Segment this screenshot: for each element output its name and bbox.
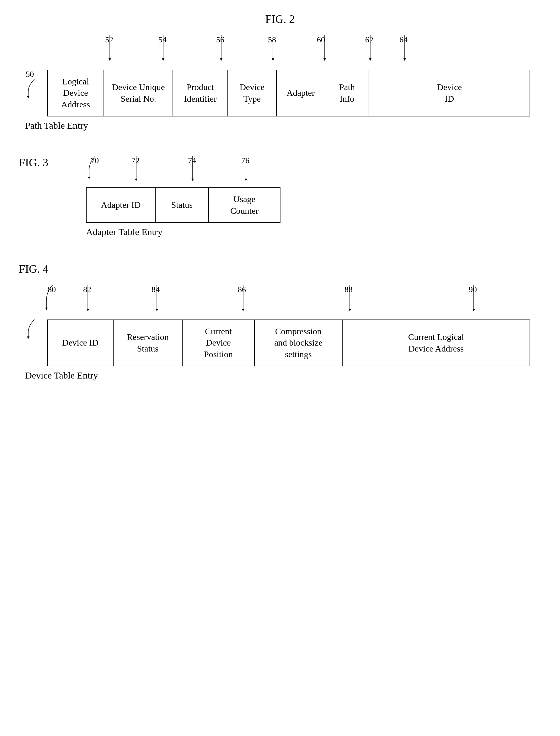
ref-80: 80 [48,285,56,294]
fig3-col-status: Status [156,188,209,222]
fig3-callout-svg [86,156,287,187]
fig4-table: Device ID Reservation Status Current Dev… [47,319,530,366]
fig2-section: FIG. 2 [19,13,541,131]
arrow-50-svg [25,79,44,104]
svg-marker-11 [245,179,247,181]
fig4-pointer-80 [25,319,44,344]
fig2-table-row: 50 Logical Device Address Device Unique … [25,70,541,116]
ref-58: 58 [268,35,276,45]
ref-54: 54 [158,35,167,45]
ref-52: 52 [105,35,113,45]
svg-marker-14 [156,309,158,311]
svg-marker-2 [220,58,222,61]
ref-60: 60 [317,35,325,45]
fig2-table: Logical Device Address Device Unique Ser… [47,70,530,116]
svg-marker-7 [27,96,29,99]
fig3-table-label: Adapter Table Entry [86,227,287,237]
svg-marker-17 [472,309,475,311]
fig4-table-wrapper: Device ID Reservation Status Current Dev… [47,319,530,366]
fig2-col-logical: Logical Device Address [48,70,104,116]
fig4-title: FIG. 4 [19,262,541,275]
fig4-section: FIG. 4 [19,262,541,381]
fig3-layout: FIG. 3 70 72 [19,156,541,237]
svg-marker-13 [87,309,89,311]
ref-76: 76 [241,156,249,165]
fig2-col-adapter: Adapter [277,70,325,116]
fig3-col-adapter-id: Adapter ID [87,188,156,222]
svg-marker-0 [109,58,111,61]
svg-marker-12 [45,307,48,310]
fig4-col-cur-logical: Current Logical Device Address [343,320,530,365]
fig3-table: Adapter ID Status Usage Counter [86,187,280,223]
fig4-col-cur-dev: Current Device Position [183,320,255,365]
svg-marker-15 [242,309,244,311]
fig2-title: FIG. 2 [19,13,541,26]
ref-86: 86 [238,285,246,294]
ref-90: 90 [469,285,477,294]
fig4-col-dev-id: Device ID [48,320,114,365]
fig3-title: FIG. 3 [19,156,48,169]
ref-88: 88 [344,285,353,294]
svg-marker-10 [191,179,194,181]
fig4-callout-svg [44,285,527,319]
fig4-callouts: 80 82 84 86 88 90 [44,285,527,319]
svg-marker-6 [403,58,406,61]
fig2-pointer-50: 50 [25,70,44,104]
fig4-inner: 80 82 84 86 88 90 Device ID [19,285,541,381]
fig4-table-label: Device Table Entry [25,370,541,381]
ref-72: 72 [131,156,140,165]
svg-marker-3 [272,58,274,61]
fig2-col-serial: Device Unique Serial No. [104,70,173,116]
fig4-col-compress: Compression and blocksize settings [255,320,343,365]
arrow-80-svg [25,319,44,344]
fig2-callout-svg [44,35,552,70]
svg-marker-8 [88,177,90,179]
fig2-callouts: 52 54 56 58 60 62 64 [44,35,552,70]
svg-marker-16 [349,309,351,311]
fig2-col-device-id: Device ID [369,70,530,116]
fig3-col-usage: Usage Counter [209,188,280,222]
ref-84: 84 [152,285,160,294]
fig2-table-wrapper: Logical Device Address Device Unique Ser… [47,70,530,116]
fig2-table-label: Path Table Entry [25,120,541,131]
svg-marker-5 [369,58,371,61]
fig2-col-product: Product Identifier [173,70,228,116]
svg-marker-4 [323,58,326,61]
fig4-table-row: Device ID Reservation Status Current Dev… [25,319,541,366]
ref-82: 82 [83,285,91,294]
ref-64: 64 [399,35,408,45]
fig3-table-wrapper: Adapter ID Status Usage Counter [86,187,280,223]
fig4-col-res-status: Reservation Status [114,320,183,365]
fig3-content: 70 72 74 76 Adapter ID Status Usage Coun… [86,156,287,237]
ref-50: 50 [26,70,34,79]
ref-62: 62 [365,35,373,45]
ref-70: 70 [91,156,99,165]
fig2-col-device-type: Device Type [228,70,277,116]
fig3-section: FIG. 3 70 72 [19,156,541,237]
fig2-col-path: Path Info [325,70,369,116]
fig3-callouts: 70 72 74 76 [86,156,287,187]
svg-marker-18 [27,336,29,339]
svg-marker-9 [135,179,137,181]
svg-marker-1 [162,58,164,61]
ref-56: 56 [216,35,224,45]
fig2-inner: 52 54 56 58 60 62 64 50 Logical [19,35,541,131]
ref-74: 74 [188,156,196,165]
